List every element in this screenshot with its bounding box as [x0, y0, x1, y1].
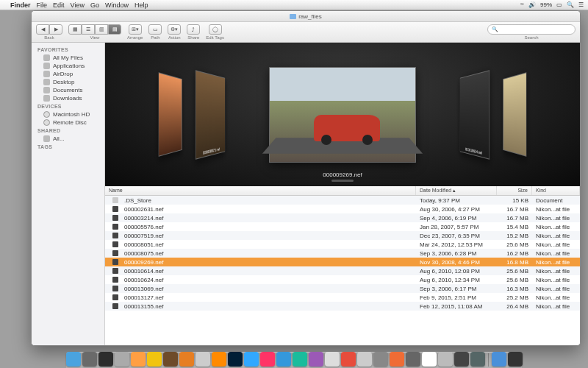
table-row[interactable]: 000002631.nefAug 30, 2006, 4:27 PM16.7 M…	[105, 205, 580, 213]
sidebar-item[interactable]: Desktop	[32, 78, 104, 86]
table-row[interactable]: 000010614.nefAug 6, 2010, 12:08 PM25.6 M…	[105, 266, 580, 275]
file-kind: Nikon...at file	[532, 233, 580, 239]
table-row[interactable]: 000008051.nefMar 24, 2012, 12:53 PM25.6 …	[105, 240, 580, 249]
sidebar-item[interactable]: Macintosh HD	[32, 110, 104, 118]
file-kind: Nikon...at file	[532, 241, 580, 248]
sidebar-item[interactable]: All My Files	[32, 54, 104, 62]
table-row[interactable]: .DS_StoreToday, 9:37 PM15 KBDocument	[105, 196, 580, 205]
file-icon	[112, 224, 118, 230]
view-column-button[interactable]: ▥	[95, 24, 108, 35]
view-list-button[interactable]: ☰	[82, 24, 95, 35]
forward-button[interactable]: ▶	[49, 24, 62, 35]
dock-app[interactable]	[179, 352, 194, 367]
dock-app[interactable]	[390, 352, 404, 367]
column-name[interactable]: Name	[105, 186, 416, 195]
file-size: 25.2 MB	[497, 294, 532, 301]
path-button[interactable]: ▭	[148, 24, 162, 35]
sidebar-item[interactable]: AirDrop	[32, 70, 104, 78]
sidebar-item[interactable]: Downloads	[32, 94, 104, 102]
dock-app[interactable]	[325, 352, 340, 367]
sidebar-item[interactable]: Documents	[32, 86, 104, 94]
menu-window[interactable]: Window	[105, 1, 129, 9]
arrange-button[interactable]: ⊞▾	[129, 24, 142, 35]
table-row[interactable]: 000013155.nefFeb 12, 2015, 11:08 AM26.4 …	[105, 302, 580, 311]
dock-app[interactable]	[228, 352, 243, 367]
action-button[interactable]: ⚙▾	[168, 24, 181, 35]
app-name[interactable]: Finder	[10, 1, 31, 9]
sidebar-item-label: Documents	[53, 87, 82, 93]
column-size[interactable]: Size	[497, 186, 532, 195]
table-row[interactable]: 000013127.nefFeb 9, 2015, 2:51 PM25.2 MB…	[105, 293, 580, 302]
file-size: 15.4 MB	[497, 224, 532, 230]
coverflow-item[interactable]	[159, 72, 182, 157]
file-kind: Nikon...at file	[532, 250, 580, 257]
menu-help[interactable]: Help	[135, 1, 148, 9]
share-button[interactable]: ⤴	[187, 24, 200, 35]
table-row[interactable]: 000009269.nefNov 30, 2008, 4:46 PM16.8 M…	[105, 258, 580, 266]
sidebar-item[interactable]: All...	[32, 135, 104, 143]
battery-icon[interactable]: ▭	[556, 1, 562, 8]
view-coverflow-button[interactable]: ▤	[108, 24, 121, 35]
volume-icon[interactable]: 🔊	[528, 1, 536, 8]
dock-app[interactable]	[212, 352, 226, 367]
file-size: 15.2 MB	[497, 233, 532, 239]
dock-app[interactable]	[309, 352, 323, 367]
dock-app[interactable]	[244, 352, 259, 367]
dock-app[interactable]	[66, 352, 81, 367]
notification-center-icon[interactable]: ☰	[578, 1, 584, 8]
dock-app[interactable]	[98, 352, 113, 367]
view-icon-button[interactable]: ▦	[68, 24, 82, 35]
search-input[interactable]: 🔍	[487, 24, 576, 35]
dock-app[interactable]	[131, 352, 146, 367]
coverflow-item[interactable]: 000008075.nef	[196, 70, 226, 160]
dock-app[interactable]	[341, 352, 356, 367]
sidebar-item[interactable]: Applications	[32, 62, 104, 70]
dock-app[interactable]	[492, 352, 506, 367]
menu-edit[interactable]: Edit	[53, 1, 65, 9]
dock-app[interactable]	[508, 352, 523, 367]
table-row[interactable]: 000008075.nefSep 3, 2006, 6:28 PM16.2 MB…	[105, 249, 580, 258]
dock-app[interactable]	[373, 352, 388, 367]
column-date[interactable]: Date Modified ▴	[416, 186, 497, 195]
menu-view[interactable]: View	[71, 1, 85, 9]
file-list: Name Date Modified ▴ Size Kind .DS_Store…	[105, 186, 580, 345]
menu-file[interactable]: File	[37, 1, 48, 9]
table-row[interactable]: 000003214.nefSep 4, 2006, 6:19 PM16.7 MB…	[105, 213, 580, 222]
dock-app[interactable]	[82, 352, 97, 367]
dock-app[interactable]	[147, 352, 162, 367]
wifi-icon[interactable]: ⌔	[520, 1, 524, 8]
column-kind[interactable]: Kind	[532, 186, 580, 195]
dock-app[interactable]	[357, 352, 372, 367]
dock-app[interactable]	[163, 352, 178, 367]
dock-app[interactable]	[196, 352, 210, 367]
sidebar-item[interactable]: Remote Disc	[32, 118, 104, 127]
tags-button[interactable]: ◯	[209, 24, 222, 35]
dock-app[interactable]	[454, 352, 469, 367]
battery-percent[interactable]: 99%	[540, 1, 552, 8]
dock-app[interactable]	[422, 352, 437, 367]
dock-app[interactable]	[293, 352, 307, 367]
menu-go[interactable]: Go	[90, 1, 99, 9]
dock-app[interactable]	[260, 352, 275, 367]
coverflow-item[interactable]	[503, 72, 526, 157]
table-row[interactable]: 000013069.nefSep 3, 2006, 6:17 PM16.3 MB…	[105, 284, 580, 293]
dock-app[interactable]	[276, 352, 291, 367]
dock-app[interactable]	[115, 352, 129, 367]
dock-app[interactable]	[438, 352, 453, 367]
coverflow-item[interactable]: 000010614.nef	[460, 70, 490, 160]
titlebar[interactable]: raw_files	[32, 11, 580, 22]
spotlight-icon[interactable]: 🔍	[567, 1, 574, 8]
coverflow-center[interactable]	[269, 67, 416, 163]
file-date: Nov 30, 2008, 4:46 PM	[416, 259, 497, 266]
file-icon	[112, 206, 118, 212]
dock-app[interactable]	[406, 352, 420, 367]
dock-app[interactable]	[470, 352, 485, 367]
coverflow[interactable]: 000008075.nef 000010614.nef 000009269.ne…	[105, 43, 580, 186]
coverflow-scrubber[interactable]	[331, 180, 354, 182]
file-icon	[112, 294, 118, 300]
table-row[interactable]: 000010624.nefAug 6, 2010, 12:34 PM25.6 M…	[105, 275, 580, 284]
table-row[interactable]: 000007519.nefDec 23, 2007, 6:35 PM15.2 M…	[105, 231, 580, 240]
table-row[interactable]: 000005576.nefJan 28, 2007, 5:57 PM15.4 M…	[105, 222, 580, 231]
sidebar-item-icon	[43, 87, 50, 93]
back-button[interactable]: ◀	[36, 24, 49, 35]
